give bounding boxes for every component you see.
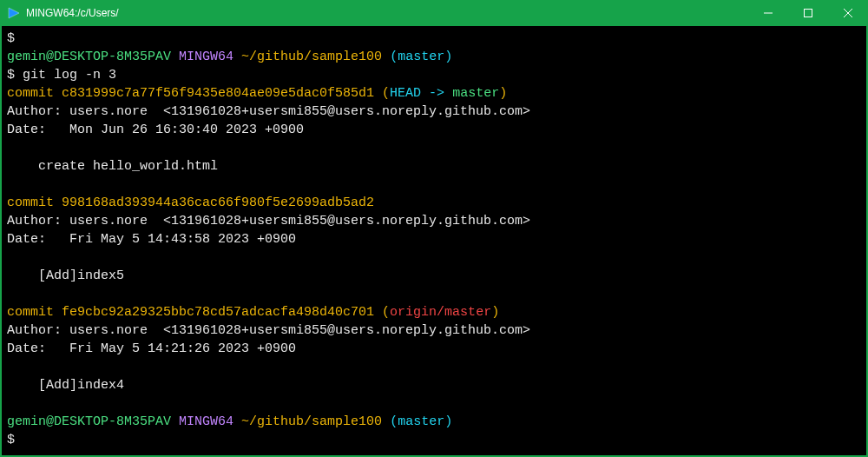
prompt-branch: (master) xyxy=(390,50,452,64)
refs-origin: origin/master xyxy=(390,305,491,320)
commit-message: [Add]index4 xyxy=(7,376,861,394)
commit-hash: fe9cbc92a29325bbc78cd57adcacfa498d40c701 xyxy=(62,305,374,320)
author-line: Author: users.nore <131961028+usersmi855… xyxy=(7,103,861,121)
author-line: Author: users.nore <131961028+usersmi855… xyxy=(7,212,861,230)
date-value: Fri May 5 14:21:26 2023 +0900 xyxy=(69,341,296,356)
date-line: Date: Fri May 5 14:43:58 2023 +0900 xyxy=(7,230,861,248)
blank-line xyxy=(7,176,861,194)
prompt-env: MINGW64 xyxy=(179,50,233,64)
blank-line xyxy=(7,285,861,303)
author-label: Author: xyxy=(7,104,69,119)
date-line: Date: Mon Jun 26 16:30:40 2023 +0900 xyxy=(7,121,861,139)
prompt-dollar: $ xyxy=(7,30,861,48)
blank-line xyxy=(7,358,861,376)
date-label: Date: xyxy=(7,232,69,247)
svg-rect-1 xyxy=(805,10,812,17)
commit-label: commit xyxy=(7,305,62,320)
refs-paren-open: ( xyxy=(382,305,390,320)
commit-label: commit xyxy=(7,86,62,101)
commit-hash: c831999c7a77f56f9435e804ae09e5dac0f585d1 xyxy=(62,86,374,101)
date-label: Date: xyxy=(7,123,69,137)
blank-line xyxy=(7,394,861,413)
commit-label: commit xyxy=(7,195,62,210)
titlebar[interactable]: MINGW64:/c/Users/ xyxy=(0,0,868,26)
author-value: users.nore <131961028+usersmi855@users.n… xyxy=(69,323,530,338)
app-window: MINGW64:/c/Users/ $ gemin@DESKTOP-8M35PA… xyxy=(0,0,868,457)
prompt-dollar: $ xyxy=(7,431,861,449)
terminal-body[interactable]: $ gemin@DESKTOP-8M35PAV MINGW64 ~/github… xyxy=(0,26,868,457)
commit-line: commit c831999c7a77f56f9435e804ae09e5dac… xyxy=(7,84,861,103)
minimize-button[interactable] xyxy=(748,0,788,26)
prompt-userhost: gemin@DESKTOP-8M35PAV xyxy=(7,50,171,64)
refs-paren-open: ( xyxy=(382,86,390,101)
commit-message: create hello_world.html xyxy=(7,157,861,176)
date-value: Mon Jun 26 16:30:40 2023 +0900 xyxy=(69,123,304,137)
commit-line: commit 998168ad393944a36cac66f980f5e2699… xyxy=(7,194,861,212)
author-label: Author: xyxy=(7,323,69,338)
date-value: Fri May 5 14:43:58 2023 +0900 xyxy=(69,232,296,247)
author-value: users.nore <131961028+usersmi855@users.n… xyxy=(69,104,530,119)
prompt-line: gemin@DESKTOP-8M35PAV MINGW64 ~/github/s… xyxy=(7,48,861,66)
date-line: Date: Fri May 5 14:21:26 2023 +0900 xyxy=(7,340,861,358)
refs-head: HEAD -> xyxy=(390,86,452,101)
prompt-path: ~/github/sample100 xyxy=(241,50,382,64)
prompt-line: gemin@DESKTOP-8M35PAV MINGW64 ~/github/s… xyxy=(7,413,861,431)
blank-line xyxy=(7,248,861,267)
command-text: git log -n 3 xyxy=(23,68,116,83)
commit-hash: 998168ad393944a36cac66f980f5e2699adb5ad2 xyxy=(62,195,374,210)
blank-line xyxy=(7,139,861,157)
author-value: users.nore <131961028+usersmi855@users.n… xyxy=(69,214,530,228)
prompt-path: ~/github/sample100 xyxy=(241,414,382,429)
close-button[interactable] xyxy=(828,0,868,26)
refs-paren-close: ) xyxy=(499,86,507,101)
commit-message: [Add]index5 xyxy=(7,267,861,285)
commit-line: commit fe9cbc92a29325bbc78cd57adcacfa498… xyxy=(7,303,861,321)
prompt-env: MINGW64 xyxy=(179,414,233,429)
refs-head-branch: master xyxy=(452,86,499,101)
author-label: Author: xyxy=(7,214,69,228)
maximize-button[interactable] xyxy=(788,0,828,26)
author-line: Author: users.nore <131961028+usersmi855… xyxy=(7,321,861,340)
prompt-userhost: gemin@DESKTOP-8M35PAV xyxy=(7,414,171,429)
date-label: Date: xyxy=(7,341,69,356)
command-line: $ git log -n 3 xyxy=(7,66,861,84)
app-icon xyxy=(7,6,21,20)
window-title: MINGW64:/c/Users/ xyxy=(26,7,119,19)
prompt-branch: (master) xyxy=(390,414,452,429)
prompt-dollar: $ xyxy=(7,68,15,83)
refs-paren-close: ) xyxy=(491,305,499,320)
